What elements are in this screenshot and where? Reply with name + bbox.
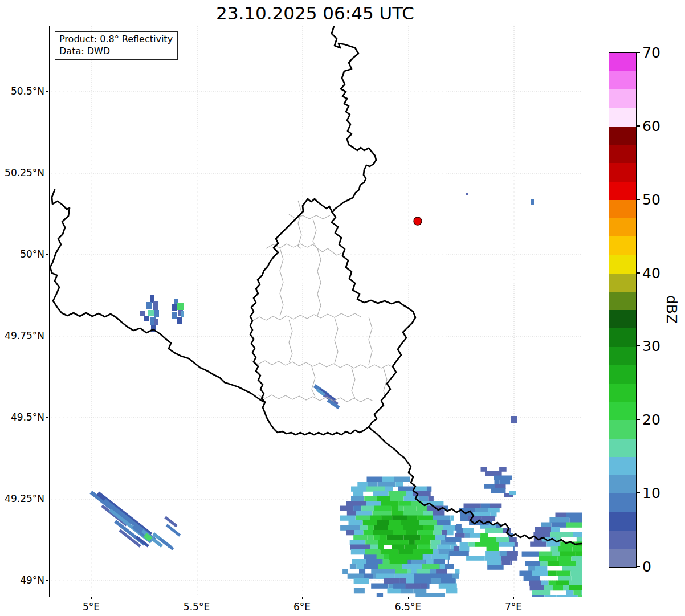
- echo-cell: [411, 559, 425, 564]
- echo-cell: [491, 488, 505, 493]
- echo-cell: [405, 584, 421, 589]
- echo-cell: [351, 549, 365, 554]
- echo-cell: [450, 520, 451, 525]
- figure-title: 23.10.2025 06:45 UTC: [49, 3, 581, 23]
- colorbar-segment: [609, 310, 636, 328]
- colorbar-tick-label: 60: [642, 119, 660, 133]
- colorbar-segment: [609, 439, 636, 457]
- echo-cell: [562, 566, 582, 571]
- x-tick-mark: [91, 597, 92, 599]
- echo-cell: [475, 508, 488, 512]
- echo-cell: [529, 581, 541, 586]
- echo-cell: [381, 516, 392, 521]
- echo-cell: [374, 525, 388, 531]
- echo-cell: [364, 574, 374, 579]
- echo-cell: [440, 501, 443, 506]
- echo-cell: [495, 484, 505, 489]
- x-tick-label: 6°E: [293, 601, 311, 613]
- echo-cell: [440, 564, 445, 569]
- echo-cell: [447, 574, 452, 579]
- echo-cell: [468, 542, 475, 547]
- radar-map: [50, 26, 582, 597]
- echo-cell: [354, 530, 363, 535]
- radar-echoes: [89, 193, 582, 597]
- echo-cell: [465, 533, 470, 538]
- echo-speck: [509, 491, 516, 495]
- echo-cell: [433, 593, 445, 597]
- echo-cell: [413, 549, 433, 554]
- echo-cell: [415, 487, 427, 492]
- colorbar-tick-label: 10: [642, 486, 660, 500]
- echo-cell: [500, 480, 510, 484]
- echo-cell: [470, 533, 480, 538]
- echo-cell: [381, 501, 399, 506]
- country-borders: [50, 26, 582, 544]
- echo-cell: [480, 533, 488, 538]
- echo-cell: [464, 504, 481, 508]
- echo-cell: [364, 564, 378, 569]
- echo-cell: [378, 564, 384, 569]
- echo-cell: [350, 540, 366, 545]
- colorbar-segment: [609, 163, 636, 181]
- echo-cell: [433, 511, 445, 516]
- echo-streak: [166, 524, 181, 536]
- echo-cell: [383, 559, 390, 564]
- colorbar-axis-label: dBZ: [663, 295, 680, 324]
- echo-cell: [481, 516, 495, 521]
- echo-streak: [140, 311, 145, 316]
- echo-cell: [509, 537, 517, 542]
- echo-cell: [552, 552, 560, 557]
- echo-cell: [436, 569, 447, 574]
- echo-cell: [525, 561, 540, 566]
- echo-cell: [576, 561, 582, 566]
- echo-cell: [548, 561, 559, 566]
- echo-cell: [566, 523, 582, 528]
- echo-streak: [144, 316, 149, 321]
- colorbar-segment: [609, 71, 636, 89]
- echo-cell: [364, 530, 373, 535]
- colorbar-segment: [609, 108, 636, 127]
- radar-figure: 23.10.2025 06:45 UTC Product: 0.8° Refle…: [0, 0, 685, 616]
- echo-cell: [513, 546, 515, 552]
- echo-cell: [499, 467, 507, 472]
- colorbar-segment: [609, 328, 636, 346]
- y-tick-mark: [46, 173, 48, 173]
- echo-cell: [522, 552, 539, 557]
- x-tick-mark: [302, 597, 303, 599]
- echo-cell: [401, 520, 419, 525]
- echo-cell: [532, 571, 548, 576]
- echo-cell: [581, 590, 582, 595]
- region-border: [335, 317, 338, 364]
- echo-cell: [487, 546, 499, 552]
- echo-cell: [404, 545, 417, 550]
- colorbar-tick-label: 30: [642, 339, 660, 353]
- echo-cell: [445, 564, 454, 569]
- x-tick-label: 5.5°E: [184, 601, 210, 613]
- echo-cell: [365, 549, 381, 554]
- echo-cell: [340, 525, 360, 531]
- echo-cell: [414, 578, 431, 584]
- echo-cell: [573, 532, 582, 537]
- echo-cell: [360, 525, 367, 531]
- echo-cell: [496, 537, 509, 542]
- echo-cell: [515, 542, 518, 547]
- echo-cell: [559, 561, 576, 566]
- echo-cell: [380, 535, 387, 540]
- colorbar-segment: [609, 347, 636, 365]
- echo-cell: [501, 560, 510, 565]
- colorbar-segment: [609, 531, 636, 549]
- echo-cell: [558, 556, 572, 561]
- echo-cell: [426, 520, 437, 525]
- region-border: [352, 368, 355, 398]
- echo-cell: [456, 528, 463, 533]
- echo-cell: [423, 511, 433, 516]
- colorbar-segment: [609, 236, 636, 255]
- storm-se-corner: [520, 513, 582, 597]
- echo-cell: [389, 491, 406, 496]
- echo-cell: [395, 482, 403, 487]
- echo-cell: [380, 549, 398, 554]
- echo-cell: [558, 576, 572, 581]
- echo-cell: [454, 546, 459, 552]
- echo-cell: [488, 508, 500, 512]
- echo-cell: [541, 523, 552, 528]
